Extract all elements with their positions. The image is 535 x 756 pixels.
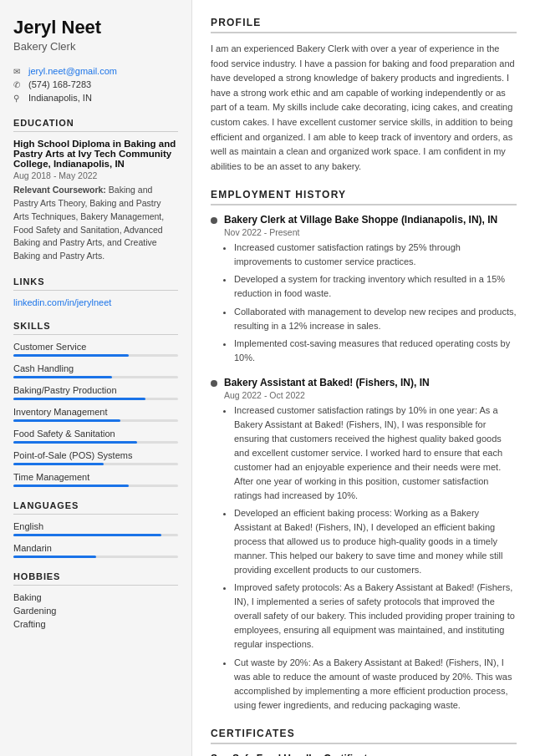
edu-degree: High School Diploma in Baking and Pastry… xyxy=(13,139,178,169)
skill-item: Food Safety & Sanitation xyxy=(13,429,178,444)
coursework-text: Baking and Pastry Arts Theory, Baking an… xyxy=(13,185,164,261)
contact-list: ✉ jeryl.neet@gmail.com ✆ (574) 168-7283 … xyxy=(13,66,178,103)
hobby-item: Gardening xyxy=(13,606,178,616)
job-bullet: Increased customer satisfaction ratings … xyxy=(234,403,517,503)
skill-bar-fill xyxy=(13,398,145,400)
job-entry: Bakery Clerk at Village Bake Shoppe (Ind… xyxy=(211,214,517,364)
skill-bar-bg xyxy=(13,398,178,400)
job-title: Bakery Clerk at Village Bake Shoppe (Ind… xyxy=(224,214,497,226)
phone-number: (574) 168-7283 xyxy=(28,79,91,89)
hobbies-list: BakingGardeningCrafting xyxy=(13,592,178,629)
language-bar-bg xyxy=(13,534,178,536)
skill-item: Point-of-Sale (POS) Systems xyxy=(13,450,178,465)
skill-item: Baking/Pastry Production xyxy=(13,385,178,400)
skill-name: Time Management xyxy=(13,472,178,482)
links-section-title: Links xyxy=(13,277,178,291)
resume-container: Jeryl Neet Bakery Clerk ✉ jeryl.neet@gma… xyxy=(0,0,535,756)
languages-section-title: Languages xyxy=(13,500,178,515)
edu-coursework: Relevant Coursework: Baking and Pastry A… xyxy=(13,184,178,263)
job-entry: Bakery Assistant at Baked! (Fishers, IN)… xyxy=(211,377,517,713)
skills-section-title: Skills xyxy=(13,321,178,335)
email-icon: ✉ xyxy=(13,67,23,76)
skill-item: Cash Handling xyxy=(13,363,178,378)
language-item: Mandarin xyxy=(13,543,178,558)
employment-section-title: Employment History xyxy=(211,189,517,205)
skill-bar-bg xyxy=(13,463,178,465)
candidate-name: Jeryl Neet xyxy=(13,17,178,38)
skill-bar-fill xyxy=(13,354,129,357)
contact-email: ✉ jeryl.neet@gmail.com xyxy=(13,66,178,76)
skill-item: Time Management xyxy=(13,472,178,487)
job-bullet: Developed an efficient baking process: W… xyxy=(234,506,517,577)
main-content: Profile I am an experienced Bakery Clerk… xyxy=(192,0,535,756)
skill-bar-fill xyxy=(13,419,120,422)
coursework-label: Relevant Coursework: xyxy=(13,185,106,195)
skill-bar-bg xyxy=(13,441,178,444)
contact-phone: ✆ (574) 168-7283 xyxy=(13,79,178,89)
phone-icon: ✆ xyxy=(13,80,23,89)
language-bar-fill xyxy=(13,534,161,536)
job-bullets: Increased customer satisfaction ratings … xyxy=(224,403,517,713)
certificates-list: ServSafe Food Handler Certificate Apr 20… xyxy=(211,753,517,756)
candidate-job-title: Bakery Clerk xyxy=(13,40,178,53)
profile-text: I am an experienced Bakery Clerk with ov… xyxy=(211,42,517,174)
edu-dates: Aug 2018 - May 2022 xyxy=(13,170,178,180)
sidebar: Jeryl Neet Bakery Clerk ✉ jeryl.neet@gma… xyxy=(0,0,192,756)
job-header: Bakery Assistant at Baked! (Fishers, IN)… xyxy=(211,377,517,388)
hobbies-section-title: Hobbies xyxy=(13,571,178,586)
certificates-section-title: Certificates xyxy=(211,728,517,744)
skill-bar-bg xyxy=(13,419,178,422)
skill-item: Customer Service xyxy=(13,342,178,357)
linkedin-anchor[interactable]: linkedin.com/in/jerylneet xyxy=(13,297,111,307)
job-dates: Aug 2022 - Oct 2022 xyxy=(224,390,517,400)
job-dot xyxy=(211,217,217,224)
skill-name: Food Safety & Sanitation xyxy=(13,429,178,439)
languages-list: English Mandarin xyxy=(13,521,178,558)
profile-section-title: Profile xyxy=(211,17,517,33)
cert-name: ServSafe Food Handler Certificate xyxy=(211,753,517,756)
language-item: English xyxy=(13,521,178,536)
job-bullets: Increased customer satisfaction ratings … xyxy=(224,241,517,364)
skill-bar-bg xyxy=(13,376,178,378)
location-text: Indianapolis, IN xyxy=(28,93,92,103)
email-link[interactable]: jeryl.neet@gmail.com xyxy=(28,66,117,76)
skill-name: Inventory Management xyxy=(13,407,178,417)
job-dot xyxy=(211,380,217,387)
certificate-entry: ServSafe Food Handler Certificate Apr 20… xyxy=(211,753,517,756)
skill-bar-bg xyxy=(13,485,178,487)
language-name: Mandarin xyxy=(13,543,178,553)
job-header: Bakery Clerk at Village Bake Shoppe (Ind… xyxy=(211,214,517,226)
language-name: English xyxy=(13,521,178,531)
skill-name: Customer Service xyxy=(13,342,178,352)
education-section-title: Education xyxy=(13,118,178,132)
job-title: Bakery Assistant at Baked! (Fishers, IN)… xyxy=(224,377,430,388)
language-bar-bg xyxy=(13,556,178,558)
skill-name: Baking/Pastry Production xyxy=(13,385,178,395)
skill-name: Point-of-Sale (POS) Systems xyxy=(13,450,178,460)
skill-bar-fill xyxy=(13,376,112,378)
skill-name: Cash Handling xyxy=(13,363,178,373)
job-bullet: Increased customer satisfaction ratings … xyxy=(234,241,517,269)
job-bullet: Improved safety protocols: As a Bakery A… xyxy=(234,581,517,652)
jobs-list: Bakery Clerk at Village Bake Shoppe (Ind… xyxy=(211,214,517,712)
skills-list: Customer Service Cash Handling Baking/Pa… xyxy=(13,342,178,487)
job-bullet: Implemented cost-saving measures that re… xyxy=(234,337,517,365)
job-bullet: Collaborated with management to develop … xyxy=(234,305,517,333)
contact-location: ⚲ Indianapolis, IN xyxy=(13,93,178,103)
job-bullet: Cut waste by 20%: As a Bakery Assistant … xyxy=(234,656,517,713)
hobby-item: Crafting xyxy=(13,619,178,629)
skill-bar-fill xyxy=(13,441,137,444)
skill-bar-bg xyxy=(13,354,178,357)
hobby-item: Baking xyxy=(13,592,178,602)
language-bar-fill xyxy=(13,556,96,558)
linkedin-link: linkedin.com/in/jerylneet xyxy=(13,297,178,307)
skill-item: Inventory Management xyxy=(13,407,178,422)
skill-bar-fill xyxy=(13,463,104,465)
job-bullet: Developed a system for tracking inventor… xyxy=(234,272,517,301)
location-icon: ⚲ xyxy=(13,94,23,103)
job-dates: Nov 2022 - Present xyxy=(224,227,517,237)
skill-bar-fill xyxy=(13,485,129,487)
